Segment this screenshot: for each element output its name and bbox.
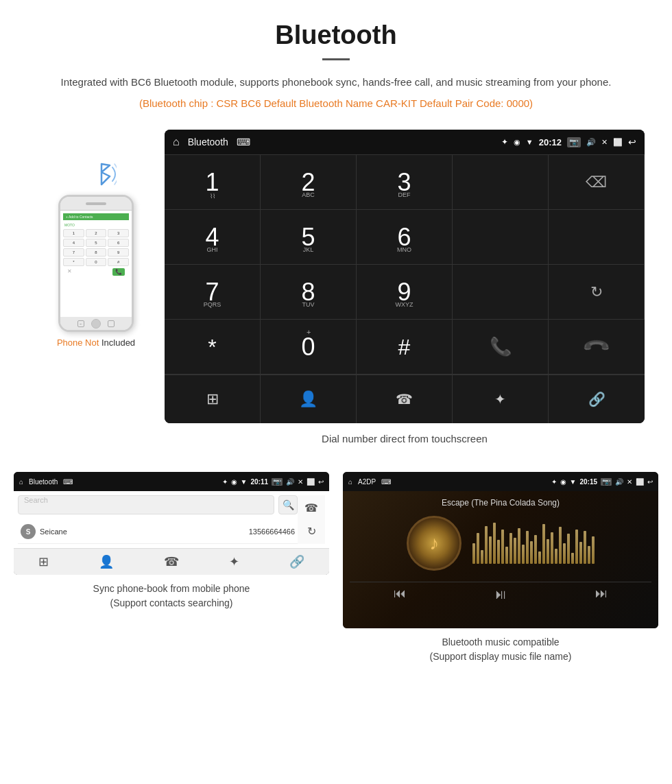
music-equalizer — [472, 523, 595, 564]
pb-search-row: Search 🔍 — [18, 495, 298, 514]
key-6[interactable]: 6 MNO — [357, 210, 453, 265]
bluetooth-status-icon: ✦ — [501, 137, 508, 147]
empty-cell-1 — [453, 210, 549, 265]
dial-caption: Dial number direct from touchscreen — [165, 423, 645, 458]
music-signal-icon: ▼ — [570, 478, 577, 486]
key-hash[interactable]: # — [357, 320, 453, 375]
pb-search-input[interactable]: Search — [18, 495, 274, 514]
key-7[interactable]: 7 PQRS — [165, 265, 261, 320]
redial-button[interactable]: ↻ — [549, 265, 645, 320]
phone-not-included-label: Phone Not Included — [57, 337, 135, 348]
music-caption-line1: Bluetooth music compatible — [442, 637, 559, 648]
music-song-title: Escape (The Pina Colada Song) — [442, 498, 560, 508]
next-track-icon[interactable]: ⏭ — [595, 586, 608, 602]
pb-vol-icon[interactable]: 🔊 — [286, 478, 294, 486]
end-call-button[interactable]: 📞 — [549, 320, 645, 375]
signal-icon: ▼ — [526, 138, 533, 146]
prev-track-icon[interactable]: ⏮ — [394, 586, 406, 602]
pb-nav-link[interactable]: 🔗 — [289, 554, 304, 569]
music-loc-icon: ◉ — [560, 478, 566, 486]
music-controls: ⏮ ⏯ ⏭ — [350, 582, 651, 606]
pb-close-icon[interactable]: ✕ — [298, 478, 303, 486]
pb-call-action-icon[interactable]: ☎ — [304, 501, 318, 514]
pb-avatar: S — [21, 524, 36, 539]
pb-back-icon[interactable]: ↩ — [318, 478, 324, 486]
home-icon[interactable]: ⌂ — [173, 136, 180, 148]
pb-home-icon[interactable]: ⌂ — [19, 478, 23, 486]
nav-bluetooth-icon: ✦ — [494, 391, 506, 407]
key-8[interactable]: 8 TUV — [261, 265, 357, 320]
backspace-button[interactable]: ⌫ — [549, 155, 645, 210]
nav-dialpad[interactable]: ⊞ — [165, 375, 261, 423]
camera-icon[interactable]: 📷 — [567, 137, 581, 147]
back-icon[interactable]: ↩ — [628, 136, 636, 147]
pb-contact-number: 13566664466 — [249, 527, 295, 536]
music-vol-icon[interactable]: 🔊 — [615, 478, 623, 486]
display-area — [453, 155, 549, 210]
nav-calls[interactable]: ☎ — [357, 375, 453, 423]
pb-nav-contacts[interactable]: 👤 — [99, 554, 114, 569]
music-time: 20:15 — [579, 478, 597, 486]
call-icon: 📞 — [490, 336, 512, 357]
key-5[interactable]: 5 JKL — [261, 210, 357, 265]
statusbar-time: 20:12 — [539, 137, 562, 147]
pb-screen-icon[interactable]: ⬜ — [307, 478, 315, 486]
phonebook-caption-line1: Sync phone-book from mobile phone — [93, 583, 250, 594]
music-album-art: ♪ — [407, 516, 461, 571]
music-back-icon[interactable]: ↩ — [647, 478, 653, 486]
pb-nav-calls[interactable]: ☎ — [164, 554, 179, 569]
key-star[interactable]: * — [165, 320, 261, 375]
key-1[interactable]: 1 ⌇⌇ — [165, 155, 261, 210]
keypad-grid: 1 ⌇⌇ 2 ABC 3 DEF ⌫ 4 GHI — [165, 154, 645, 375]
volume-icon[interactable]: 🔊 — [586, 138, 596, 147]
end-call-icon: 📞 — [581, 331, 612, 362]
key-3[interactable]: 3 DEF — [357, 155, 453, 210]
bluetooth-waves-icon — [75, 157, 117, 191]
pb-search-button[interactable]: 🔍 — [278, 495, 298, 514]
music-cam-icon[interactable]: 📷 — [601, 478, 612, 486]
header-divider — [322, 58, 350, 60]
music-close-icon[interactable]: ✕ — [627, 478, 632, 486]
music-screen-icon[interactable]: ⬜ — [636, 478, 644, 486]
pb-bottom-nav: ⊞ 👤 ☎ ✦ 🔗 — [14, 548, 329, 575]
key-9[interactable]: 9 WXYZ — [357, 265, 453, 320]
close-icon[interactable]: ✕ — [601, 138, 608, 147]
pb-nav-bluetooth[interactable]: ✦ — [229, 554, 239, 569]
phone-section: + Add to Contacts MOTO 123 456 789 *0# ✕… — [27, 130, 165, 348]
music-center: ♪ — [350, 516, 651, 571]
backspace-icon: ⌫ — [586, 174, 607, 191]
screen-icon[interactable]: ⬜ — [613, 138, 623, 147]
main-content: + Add to Contacts MOTO 123 456 789 *0# ✕… — [0, 123, 672, 472]
music-home-icon[interactable]: ⌂ — [348, 478, 352, 486]
music-statusbar-title: A2DP — [358, 478, 376, 486]
nav-bluetooth[interactable]: ✦ — [453, 375, 549, 423]
pb-statusbar: ⌂ Bluetooth ⌨ ✦ ◉ ▼ 20:11 📷 🔊 ✕ ⬜ ↩ — [14, 472, 329, 491]
pb-cam-icon[interactable]: 📷 — [272, 478, 283, 486]
play-pause-icon[interactable]: ⏯ — [494, 586, 507, 602]
refresh-icon: ↻ — [590, 283, 603, 301]
pb-time: 20:11 — [250, 478, 268, 486]
call-button[interactable]: 📞 — [453, 320, 549, 375]
nav-link[interactable]: 🔗 — [549, 375, 645, 423]
music-caption-line2: (Support display music file name) — [430, 651, 572, 662]
bottom-screenshots: ⌂ Bluetooth ⌨ ✦ ◉ ▼ 20:11 📷 🔊 ✕ ⬜ ↩ — [0, 472, 672, 685]
pb-refresh-action-icon[interactable]: ↻ — [307, 525, 316, 538]
key-2[interactable]: 2 ABC — [261, 155, 357, 210]
dialpad-icon: ⊞ — [206, 390, 219, 408]
music-statusbar: ⌂ A2DP ⌨ ✦ ◉ ▼ 20:15 📷 🔊 ✕ ⬜ ↩ — [343, 472, 658, 491]
music-caption: Bluetooth music compatible (Support disp… — [430, 635, 572, 664]
pb-contact-row: S Seicane 13566664466 — [18, 520, 298, 544]
pb-contact-name: Seicane — [40, 527, 249, 536]
header-description: Integrated with BC6 Bluetooth module, su… — [41, 74, 631, 91]
nav-contacts[interactable]: 👤 — [261, 375, 357, 423]
key-0[interactable]: 0 + — [261, 320, 357, 375]
statusbar: ⌂ Bluetooth ⌨ ✦ ◉ ▼ 20:12 📷 🔊 ✕ ⬜ ↩ — [165, 130, 645, 154]
search-icon: 🔍 — [283, 499, 294, 510]
statusbar-left: ⌂ Bluetooth ⌨ — [173, 136, 250, 148]
dial-screen: ⌂ Bluetooth ⌨ ✦ ◉ ▼ 20:12 📷 🔊 ✕ ⬜ ↩ — [165, 130, 645, 458]
key-4[interactable]: 4 GHI — [165, 210, 261, 265]
pb-nav-dialpad[interactable]: ⊞ — [38, 554, 49, 569]
empty-cell-3 — [453, 265, 549, 320]
phonebook-caption: Sync phone-book from mobile phone (Suppo… — [93, 582, 250, 610]
location-icon: ◉ — [514, 138, 520, 147]
